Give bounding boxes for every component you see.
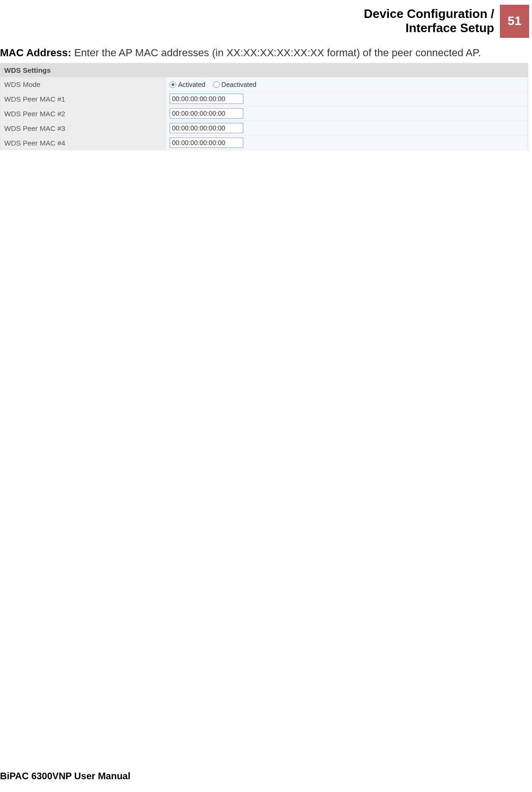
wds-peer-label: WDS Peer MAC #1 [0, 92, 166, 106]
intro-label: MAC Address: [0, 47, 71, 59]
wds-peer-label: WDS Peer MAC #2 [0, 106, 166, 121]
wds-peer-mac-input-3[interactable] [170, 123, 243, 133]
table-row: WDS Peer MAC #4 [0, 136, 528, 150]
header-title-line1: Device Configuration / [364, 7, 494, 21]
wds-mode-row: WDS Mode Activated Deactivated [0, 77, 528, 92]
table-row: WDS Peer MAC #3 [0, 121, 528, 136]
table-row: WDS Peer MAC #1 [0, 92, 528, 106]
wds-peer-value-cell [166, 92, 528, 106]
intro-text: Enter the AP MAC addresses (in XX:XX:XX:… [71, 47, 481, 59]
wds-mode-deactivated-label: Deactivated [222, 81, 257, 88]
page-header: Device Configuration / Interface Setup 5… [0, 0, 532, 38]
wds-peer-value-cell [166, 136, 528, 150]
wds-mode-activated-label: Activated [178, 81, 206, 88]
page-number: 51 [500, 5, 529, 38]
wds-settings-header-row: WDS Settings [0, 63, 528, 77]
wds-peer-mac-input-1[interactable] [170, 94, 243, 104]
wds-mode-label: WDS Mode [0, 77, 166, 92]
wds-mode-radio-group: Activated Deactivated [170, 81, 524, 88]
wds-peer-mac-input-4[interactable] [170, 138, 243, 148]
header-title: Device Configuration / Interface Setup [364, 5, 500, 38]
wds-mode-value: Activated Deactivated [166, 77, 528, 92]
wds-peer-label: WDS Peer MAC #3 [0, 121, 166, 136]
wds-mode-deactivated-option[interactable]: Deactivated [213, 81, 257, 88]
wds-peer-value-cell [166, 121, 528, 136]
radio-icon [170, 81, 176, 88]
wds-settings-table: WDS Settings WDS Mode Activated Deactiva… [0, 63, 528, 150]
footer-text: BiPAC 6300VNP User Manual [0, 771, 130, 782]
table-row: WDS Peer MAC #2 [0, 106, 528, 121]
wds-mode-activated-option[interactable]: Activated [170, 81, 206, 88]
wds-peer-mac-input-2[interactable] [170, 108, 243, 119]
intro-paragraph: MAC Address: Enter the AP MAC addresses … [0, 46, 532, 60]
header-title-line2: Interface Setup [405, 21, 494, 35]
wds-peer-value-cell [166, 106, 528, 121]
wds-peer-label: WDS Peer MAC #4 [0, 136, 166, 150]
wds-settings-title: WDS Settings [0, 63, 528, 77]
radio-icon [213, 81, 220, 88]
